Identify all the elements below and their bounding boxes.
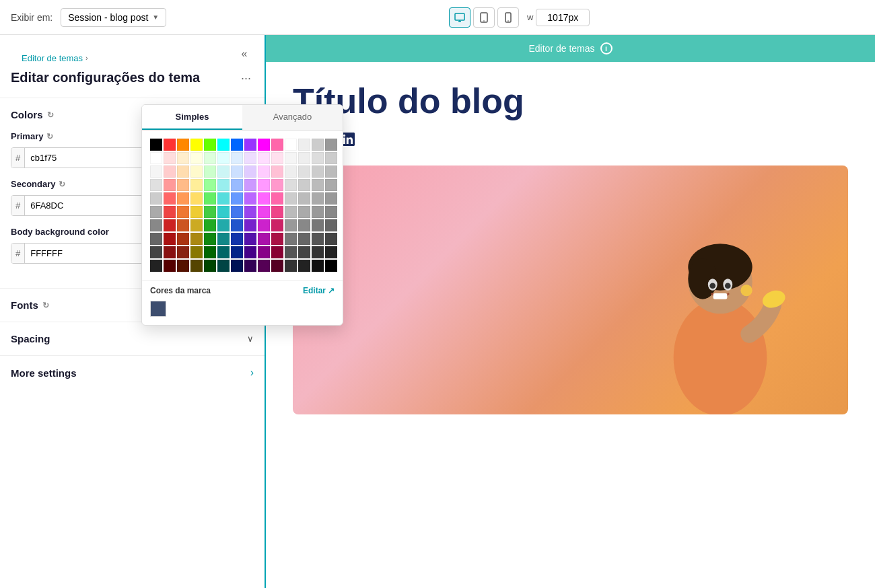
color-cell[interactable] — [204, 219, 216, 231]
color-cell[interactable] — [271, 233, 283, 245]
color-cell[interactable] — [258, 179, 270, 191]
color-cell[interactable] — [177, 166, 189, 178]
color-cell[interactable] — [217, 192, 230, 205]
color-cell[interactable] — [258, 166, 270, 178]
color-cell[interactable] — [177, 206, 189, 218]
color-cell[interactable] — [204, 192, 216, 205]
color-cell[interactable] — [204, 260, 216, 272]
color-cell[interactable] — [298, 246, 310, 258]
color-cell[interactable] — [190, 219, 203, 231]
color-cell[interactable] — [204, 206, 216, 218]
color-cell[interactable] — [164, 219, 176, 231]
collapse-panel-button[interactable]: « — [235, 44, 254, 63]
color-cell[interactable] — [164, 152, 176, 164]
color-cell[interactable] — [217, 152, 230, 164]
color-cell[interactable] — [177, 139, 189, 151]
color-cell[interactable] — [285, 219, 297, 231]
color-cell[interactable] — [204, 246, 216, 258]
brand-color-swatch[interactable] — [150, 301, 166, 317]
color-cell[interactable] — [285, 246, 297, 258]
brand-edit-link[interactable]: Editar ↗ — [303, 286, 335, 295]
color-cell[interactable] — [285, 260, 297, 272]
color-cell[interactable] — [285, 233, 297, 245]
color-cell[interactable] — [312, 179, 324, 191]
color-cell[interactable] — [190, 233, 203, 245]
color-cell[interactable] — [285, 152, 297, 164]
color-cell[interactable] — [271, 152, 283, 164]
primary-refresh-icon[interactable]: ↻ — [46, 132, 53, 141]
color-cell[interactable] — [325, 260, 337, 272]
more-options-button[interactable]: ··· — [238, 69, 254, 88]
color-cell[interactable] — [258, 206, 270, 218]
color-cell[interactable] — [244, 179, 256, 191]
color-cell[interactable] — [150, 166, 162, 178]
info-icon[interactable]: i — [600, 42, 612, 54]
color-cell[interactable] — [244, 192, 256, 205]
color-cell[interactable] — [204, 166, 216, 178]
color-cell[interactable] — [258, 192, 270, 205]
color-cell[interactable] — [190, 179, 203, 191]
color-cell[interactable] — [204, 233, 216, 245]
color-cell[interactable] — [271, 246, 283, 258]
color-cell[interactable] — [325, 139, 337, 151]
color-cell[interactable] — [177, 233, 189, 245]
color-cell[interactable] — [258, 233, 270, 245]
color-cell[interactable] — [190, 152, 203, 164]
color-cell[interactable] — [298, 179, 310, 191]
color-cell[interactable] — [298, 152, 310, 164]
more-settings-header[interactable]: More settings › — [11, 367, 254, 379]
linkedin-icon[interactable] — [341, 133, 355, 149]
color-cell[interactable] — [190, 206, 203, 218]
color-cell[interactable] — [164, 166, 176, 178]
color-cell[interactable] — [190, 260, 203, 272]
color-cell[interactable] — [271, 166, 283, 178]
color-cell[interactable] — [325, 246, 337, 258]
color-cell[interactable] — [244, 260, 256, 272]
color-cell[interactable] — [150, 192, 162, 205]
color-cell[interactable] — [231, 219, 243, 231]
color-cell[interactable] — [325, 179, 337, 191]
color-cell[interactable] — [298, 219, 310, 231]
color-cell[interactable] — [298, 139, 310, 151]
color-cell[interactable] — [217, 166, 230, 178]
color-cell[interactable] — [177, 179, 189, 191]
color-cell[interactable] — [271, 260, 283, 272]
color-cell[interactable] — [217, 139, 230, 151]
color-cell[interactable] — [298, 260, 310, 272]
color-cell[interactable] — [244, 219, 256, 231]
color-cell[interactable] — [244, 246, 256, 258]
color-cell[interactable] — [285, 192, 297, 205]
color-cell[interactable] — [177, 260, 189, 272]
tablet-view-button[interactable] — [473, 7, 495, 28]
color-cell[interactable] — [271, 139, 283, 151]
color-cell[interactable] — [298, 166, 310, 178]
color-cell[interactable] — [244, 152, 256, 164]
mobile-view-button[interactable] — [497, 7, 519, 28]
tab-avancado[interactable]: Avançado — [242, 105, 343, 130]
color-cell[interactable] — [231, 179, 243, 191]
color-cell[interactable] — [312, 139, 324, 151]
color-cell[interactable] — [164, 233, 176, 245]
color-cell[interactable] — [244, 139, 256, 151]
color-cell[interactable] — [298, 206, 310, 218]
color-cell[interactable] — [177, 152, 189, 164]
color-cell[interactable] — [150, 139, 162, 151]
color-cell[interactable] — [325, 206, 337, 218]
color-cell[interactable] — [325, 192, 337, 205]
color-cell[interactable] — [312, 166, 324, 178]
color-cell[interactable] — [244, 166, 256, 178]
color-cell[interactable] — [325, 233, 337, 245]
color-cell[interactable] — [325, 219, 337, 231]
color-cell[interactable] — [271, 179, 283, 191]
color-cell[interactable] — [190, 139, 203, 151]
color-cell[interactable] — [258, 246, 270, 258]
color-cell[interactable] — [204, 139, 216, 151]
color-cell[interactable] — [312, 233, 324, 245]
color-cell[interactable] — [190, 192, 203, 205]
color-cell[interactable] — [271, 192, 283, 205]
color-cell[interactable] — [231, 166, 243, 178]
color-cell[interactable] — [258, 139, 270, 151]
color-cell[interactable] — [150, 152, 162, 164]
color-cell[interactable] — [231, 233, 243, 245]
color-cell[interactable] — [258, 260, 270, 272]
